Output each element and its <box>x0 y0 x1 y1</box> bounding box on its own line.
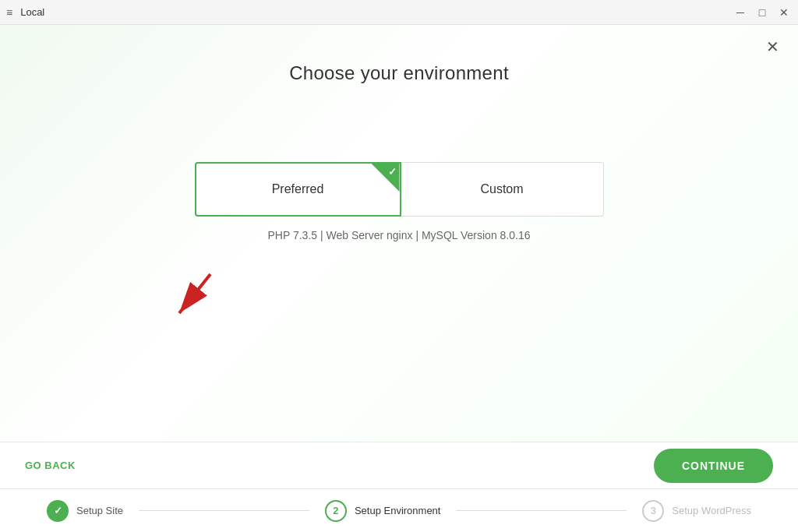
step-3-label: Setup WordPress <box>672 505 751 516</box>
option-custom[interactable]: Custom <box>401 162 604 217</box>
step-1-circle: ✓ <box>47 500 69 522</box>
step-3-circle: 3 <box>642 500 664 522</box>
titlebar: ≡ Local ─ □ ✕ <box>0 0 798 25</box>
step-bar: ✓ Setup Site 2 Setup Environment 3 Setup… <box>0 488 798 532</box>
check-badge <box>372 164 400 192</box>
options-row: Preferred Custom <box>195 162 604 217</box>
main-content: ✕ Choose your environment Preferred Cust… <box>0 25 798 442</box>
options-area: Preferred Custom PHP 7.3.5 | Web Server … <box>195 162 604 241</box>
bottom-bar: GO BACK CONTINUE <box>0 442 798 488</box>
environment-info: PHP 7.3.5 | Web Server nginx | MySQL Ver… <box>268 229 531 241</box>
step-setup-wordpress: 3 Setup WordPress <box>642 500 751 522</box>
continue-button[interactable]: CONTINUE <box>654 449 773 483</box>
maximize-button[interactable]: □ <box>754 5 770 20</box>
svg-line-1 <box>179 274 210 313</box>
option-preferred[interactable]: Preferred <box>195 162 401 217</box>
app-title: Local <box>20 6 44 18</box>
red-arrow-annotation <box>156 266 234 329</box>
custom-label: Custom <box>480 182 523 196</box>
dialog-title: Choose your environment <box>289 62 509 84</box>
step-divider-1 <box>139 510 309 511</box>
titlebar-controls: ─ □ ✕ <box>733 5 792 20</box>
hamburger-icon[interactable]: ≡ <box>6 6 12 19</box>
preferred-label: Preferred <box>272 182 324 196</box>
close-window-button[interactable]: ✕ <box>776 5 792 20</box>
step-setup-environment: 2 Setup Environment <box>325 500 441 522</box>
step-divider-2 <box>456 510 627 511</box>
step-2-label: Setup Environment <box>355 505 441 516</box>
close-dialog-button[interactable]: ✕ <box>766 39 779 55</box>
step-2-circle: 2 <box>325 500 347 522</box>
step-1-label: Setup Site <box>76 505 123 516</box>
minimize-button[interactable]: ─ <box>733 5 748 20</box>
titlebar-left: ≡ Local <box>6 6 44 19</box>
step-setup-site: ✓ Setup Site <box>47 500 123 522</box>
go-back-button[interactable]: GO BACK <box>25 460 76 471</box>
